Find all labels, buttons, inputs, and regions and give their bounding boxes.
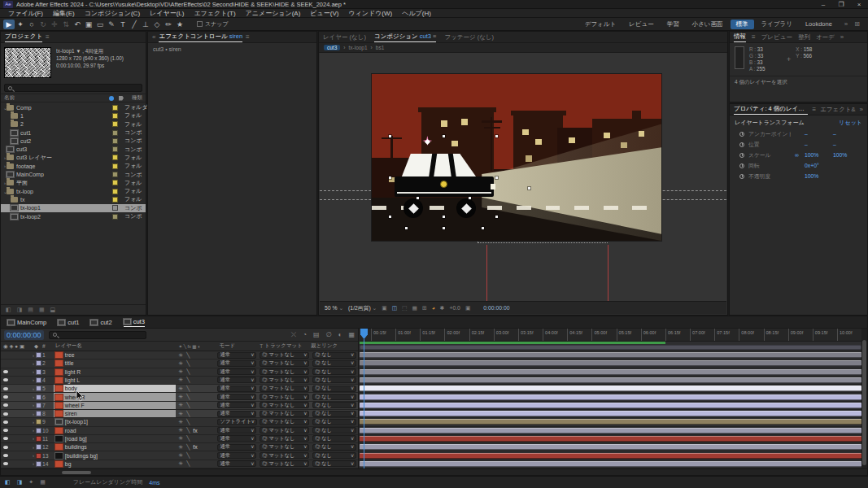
tool-icon[interactable]: ▶	[3, 20, 15, 29]
parent-link-dropdown[interactable]: ◎ なし˅	[312, 377, 356, 383]
track-matte-dropdown[interactable]: ◎ マットなし˅	[260, 386, 309, 392]
close-button[interactable]: ×	[850, 1, 868, 8]
parent-column-header[interactable]: 親とリンク	[311, 342, 358, 350]
eye-icon[interactable]	[3, 462, 8, 465]
blend-mode-dropdown[interactable]: 通常˅	[217, 377, 256, 383]
cache-icon[interactable]: ◨	[17, 479, 23, 486]
label-chip[interactable]	[112, 105, 118, 111]
tool-icon[interactable]: ⊥	[140, 20, 151, 29]
layer-row[interactable]: › 8 siren ✳╲fx 通常˅ ◎ マットなし˅ ◎ なし˅	[1, 410, 358, 418]
layer-name[interactable]: [tx-loop1]	[65, 419, 88, 425]
rasterize-icon[interactable]: ╲	[186, 419, 190, 425]
quality-icon[interactable]: ✳	[179, 386, 184, 392]
layer-label-chip[interactable]	[36, 360, 41, 366]
region-of-interest-icon[interactable]: ▣	[382, 305, 386, 312]
blend-mode-dropdown[interactable]: 通常˅	[217, 427, 256, 434]
property-row[interactable]: 回転 0x+0°	[730, 160, 867, 171]
layer-label-chip[interactable]	[36, 453, 41, 459]
layer-name[interactable]: [buildings bg]	[65, 453, 98, 459]
layer-expand-arrow[interactable]: ›	[30, 394, 36, 399]
layer-duration-track[interactable]	[360, 359, 861, 368]
settings-icon[interactable]: ✦	[28, 479, 33, 486]
parent-link-dropdown[interactable]: ◎ なし˅	[312, 394, 356, 400]
project-item[interactable]: › 平面 フォル	[1, 179, 146, 187]
layer-duration-bar[interactable]	[360, 453, 861, 459]
project-item[interactable]: › tx フォル	[1, 195, 146, 203]
property-value[interactable]: 100%	[805, 152, 829, 158]
new-folder-icon[interactable]: ▤	[28, 307, 33, 313]
panel-overflow-icon[interactable]: »	[860, 106, 863, 113]
delete-icon[interactable]: ⬓	[50, 307, 56, 313]
track-matte-dropdown[interactable]: ◎ マットなし˅	[260, 411, 309, 417]
timeline-toggle-icon[interactable]: ◐	[338, 331, 342, 339]
fx-badge[interactable]: fx	[193, 444, 197, 450]
layer-duration-track[interactable]	[360, 435, 861, 443]
timeline-comp-tab[interactable]: cut2	[90, 319, 111, 326]
layer-expand-arrow[interactable]: ›	[30, 369, 36, 374]
blend-mode-dropdown[interactable]: 通常˅	[217, 444, 256, 451]
layer-duration-bar[interactable]	[360, 394, 861, 400]
layer-expand-arrow[interactable]: ›	[30, 420, 36, 425]
blend-mode-dropdown[interactable]: 通常˅	[217, 386, 256, 392]
layer-expand-arrow[interactable]: ›	[30, 453, 36, 458]
layer-name[interactable]: wheel F	[65, 403, 85, 408]
layer-duration-bar[interactable]	[360, 403, 861, 408]
stopwatch-icon[interactable]	[739, 153, 744, 158]
layer-duration-track[interactable]	[360, 410, 861, 418]
layer-row[interactable]: › 9 [tx-loop1] ✳╲fx ソフトライト˅ ◎ マットなし˅ ◎ な…	[1, 418, 358, 426]
timeline-search-input[interactable]	[49, 331, 146, 339]
rasterize-icon[interactable]: ╲	[186, 411, 190, 417]
parent-link-dropdown[interactable]: ◎ なし˅	[312, 452, 356, 459]
layer-label-chip[interactable]	[36, 436, 41, 442]
tool-icon[interactable]: ★	[174, 20, 185, 29]
layer-duration-bar[interactable]	[360, 428, 861, 434]
parent-link-dropdown[interactable]: ◎ なし˅	[312, 386, 356, 392]
property-row[interactable]: 不透明度 100%	[730, 171, 867, 181]
layer-expand-arrow[interactable]: ›	[30, 412, 36, 416]
panel-collapse-icon[interactable]: «	[152, 33, 155, 41]
layer-row[interactable]: › 11 [road bg] ✳╲fx 通常˅ ◎ マットなし˅ ◎ なし˅	[1, 435, 358, 443]
menu-item[interactable]: ヘルプ(H)	[397, 9, 436, 18]
tool-icon[interactable]: ▣	[83, 20, 94, 29]
rasterize-icon[interactable]: ╲	[186, 435, 190, 442]
menu-item[interactable]: 編集(E)	[48, 9, 80, 18]
track-matte-dropdown[interactable]: ◎ マットなし˅	[260, 368, 309, 375]
tool-icon[interactable]: ╱	[129, 20, 140, 29]
layer-expand-arrow[interactable]: ›	[30, 361, 36, 366]
tool-icon[interactable]: ✏	[163, 20, 174, 29]
tool-icon[interactable]: ⇅	[60, 20, 72, 29]
layer-label-chip[interactable]	[36, 386, 41, 391]
layer-duration-track[interactable]	[360, 393, 861, 401]
layer-expand-arrow[interactable]: ›	[30, 386, 36, 391]
link-icon[interactable]: ∞	[795, 152, 800, 158]
layer-duration-track[interactable]	[360, 427, 861, 435]
project-item[interactable]: MainComp コンポ	[1, 170, 146, 178]
expand-arrow[interactable]: ›	[1, 113, 11, 118]
layer-duration-track[interactable]	[360, 451, 861, 460]
playhead-line[interactable]	[364, 339, 364, 468]
timeline-toggle-icon[interactable]: ⤬	[291, 331, 296, 339]
crop-icon[interactable]: ▦	[412, 305, 417, 312]
layer-label-chip[interactable]	[36, 369, 41, 375]
layer-duration-bar[interactable]	[360, 386, 861, 391]
tool-icon[interactable]: ✦	[15, 20, 26, 29]
layer-label-chip[interactable]	[36, 444, 41, 450]
layer-duration-bar[interactable]	[360, 436, 861, 442]
quality-icon[interactable]: ✳	[179, 368, 184, 375]
layer-label-chip[interactable]	[36, 352, 41, 358]
layer-expand-arrow[interactable]: ›	[30, 377, 36, 382]
menu-item[interactable]: アニメーション(A)	[241, 9, 306, 18]
layer-row[interactable]: › 10 road ✳╲fx 通常˅ ◎ マットなし˅ ◎ なし˅	[1, 427, 358, 435]
parent-link-dropdown[interactable]: ◎ なし˅	[312, 360, 356, 367]
exposure-value[interactable]: +0.0	[449, 305, 460, 311]
project-item[interactable]: ⌄ tx-loop フォル	[1, 187, 146, 195]
panel-menu-icon[interactable]: ≡	[752, 33, 756, 41]
layer-row[interactable]: › 7 wheel F ✳╲fx 通常˅ ◎ マットなし˅ ◎ なし˅	[1, 402, 358, 410]
parent-link-dropdown[interactable]: ◎ なし˅	[312, 352, 356, 359]
layer-duration-track[interactable]	[360, 460, 861, 468]
layer-duration-track[interactable]	[360, 443, 861, 451]
track-matte-dropdown[interactable]: ◎ マットなし˅	[260, 419, 309, 425]
label-chip[interactable]	[112, 172, 118, 177]
layer-expand-arrow[interactable]: ›	[30, 353, 36, 358]
viewer-pasteboard[interactable]	[320, 53, 726, 302]
